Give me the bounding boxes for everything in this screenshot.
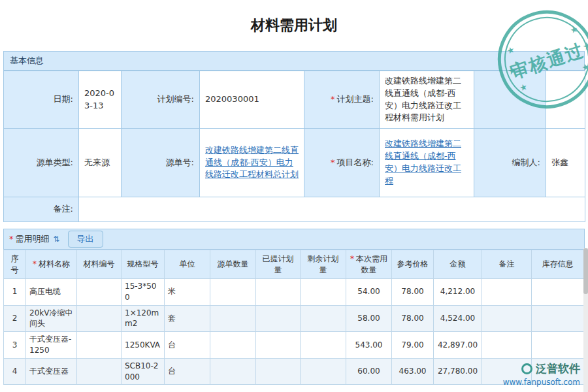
table-cell <box>301 305 346 332</box>
table-cell <box>256 358 301 385</box>
table-cell: 台 <box>165 358 210 385</box>
table-cell: 4,524.00 <box>434 305 482 332</box>
brand-url: www.fanpusoft.com <box>503 378 580 387</box>
section-basic-info: 基本信息 <box>3 51 585 71</box>
project-label: *项目名称: <box>304 129 380 197</box>
table-cell: 78.00 <box>392 279 434 306</box>
table-row[interactable]: 220kV冷缩中间头1×120mm2套58.0078.004,524.00 <box>4 305 584 332</box>
sort-icon[interactable]: ⇅ <box>54 235 60 244</box>
table-row[interactable]: 3干式变压器-12501250KVA台543.0079.0042,897.00 <box>4 332 584 359</box>
date-label: 日期: <box>4 71 79 129</box>
remark-value <box>79 197 585 222</box>
table-cell <box>210 279 256 306</box>
table-cell: 27,780.00 <box>434 358 482 385</box>
empty-value-cell <box>546 71 585 129</box>
column-header: 单位 <box>165 250 210 279</box>
scrollbar[interactable] <box>583 248 588 392</box>
table-cell <box>77 332 122 359</box>
required-mark: * <box>33 259 37 269</box>
table-row[interactable]: 1高压电缆15-3*500米54.0078.004,212.00 <box>4 279 584 306</box>
source-no-value: 改建铁路线增建第二线直通线（成都-西安）电力线路迁改工程材料总计划 <box>200 129 304 197</box>
table-cell: 58.00 <box>346 305 392 332</box>
empty-label-cell <box>474 71 546 129</box>
column-header: *材料名称 <box>26 250 77 279</box>
basic-info-table: 日期: 2020-03-13 计划编号: 2020030001 *计划主题: 改… <box>3 71 585 222</box>
column-header: *本次需用数量 <box>346 250 392 279</box>
table-cell: 15-3*500 <box>122 279 165 306</box>
column-header: 源单数量 <box>210 250 256 279</box>
column-header: 规格型号 <box>122 250 165 279</box>
date-value: 2020-03-13 <box>79 71 122 129</box>
table-row[interactable]: 4干式变压器SCB10-2000台60.00463.0027,780.00 <box>4 358 584 385</box>
column-header: 备注 <box>482 250 532 279</box>
table-cell: 1×120mm2 <box>122 305 165 332</box>
table-cell: 4,212.00 <box>434 279 482 306</box>
subject-label-text: 计划主题: <box>337 94 374 104</box>
table-cell <box>532 279 584 306</box>
source-type-value: 无来源 <box>79 129 122 197</box>
fanpu-logo-icon <box>521 363 532 374</box>
table-cell: 42,897.00 <box>434 332 482 359</box>
detail-body: 1高压电缆15-3*500米54.0078.004,212.00220kV冷缩中… <box>4 279 584 385</box>
table-cell <box>482 305 532 332</box>
table-cell: 4 <box>4 358 26 385</box>
table-cell: 3 <box>4 332 26 359</box>
table-cell <box>301 279 346 306</box>
page-title: 材料需用计划 <box>0 0 588 46</box>
table-cell: 干式变压器-1250 <box>26 332 77 359</box>
brand-name: 泛普软件 <box>536 361 580 376</box>
creator-value: 张鑫 <box>546 129 585 197</box>
plan-no-value: 2020030001 <box>200 71 304 129</box>
required-mark: * <box>331 94 335 104</box>
source-no-label: 源单号: <box>122 129 200 197</box>
page: 材料需用计划 ★ ★ ★ ★ ★ ★ 审核通过 基本信息 日期: 2020-03… <box>0 0 588 392</box>
table-cell: 套 <box>165 305 210 332</box>
project-label-text: 项目名称: <box>337 157 374 167</box>
table-cell: 60.00 <box>346 358 392 385</box>
table-cell: 1 <box>4 279 26 306</box>
column-header: 库存信息 <box>532 250 584 279</box>
subject-value: 改建铁路线增建第二线直通线（成都-西安）电力线路迁改工程材料需用计划 <box>380 71 474 129</box>
detail-table: 序号*材料名称材料编号规格型号单位源单数量已提计划量剩余计划量*本次需用数量参考… <box>3 250 584 385</box>
detail-header-row: 序号*材料名称材料编号规格型号单位源单数量已提计划量剩余计划量*本次需用数量参考… <box>4 250 584 279</box>
table-cell: 543.00 <box>346 332 392 359</box>
table-cell: SCB10-2000 <box>122 358 165 385</box>
footer-brand: 泛普软件 www.fanpusoft.com <box>503 361 580 387</box>
table-cell <box>210 332 256 359</box>
plan-no-label: 计划编号: <box>122 71 200 129</box>
table-cell <box>482 332 532 359</box>
column-header: 序号 <box>4 250 26 279</box>
table-cell <box>301 358 346 385</box>
creator-label: 编制人: <box>474 129 546 197</box>
table-cell: 2 <box>4 305 26 332</box>
table-cell <box>532 305 584 332</box>
column-header: 金额 <box>434 250 482 279</box>
detail-section-label: *需用明细 <box>9 233 50 245</box>
column-header: 已提计划量 <box>256 250 301 279</box>
table-cell: 台 <box>165 332 210 359</box>
table-cell: 463.00 <box>392 358 434 385</box>
column-header: 剩余计划量 <box>301 250 346 279</box>
table-cell: 米 <box>165 279 210 306</box>
required-mark: * <box>331 157 335 167</box>
table-cell: 1250KVA <box>122 332 165 359</box>
scrollbar-thumb[interactable] <box>583 248 588 294</box>
required-mark: * <box>9 234 14 244</box>
table-cell <box>210 305 256 332</box>
detail-section-label-text: 需用明细 <box>16 234 50 244</box>
table-cell <box>482 279 532 306</box>
table-cell <box>210 358 256 385</box>
subject-label: *计划主题: <box>304 71 380 129</box>
table-cell <box>532 332 584 359</box>
project-link[interactable]: 改建铁路线增建第二线直通线（成都-西安）电力线路迁改工程 <box>385 139 461 186</box>
project-value: 改建铁路线增建第二线直通线（成都-西安）电力线路迁改工程 <box>380 129 474 197</box>
remark-label: 备注: <box>4 197 79 222</box>
table-cell <box>77 358 122 385</box>
column-header: 参考价格 <box>392 250 434 279</box>
table-cell: 高压电缆 <box>26 279 77 306</box>
source-no-link[interactable]: 改建铁路线增建第二线直通线（成都-西安）电力线路迁改工程材料总计划 <box>205 145 299 180</box>
source-type-label: 源单类型: <box>4 129 79 197</box>
table-cell <box>256 305 301 332</box>
export-button[interactable]: 导出 <box>68 231 103 248</box>
table-cell <box>256 332 301 359</box>
